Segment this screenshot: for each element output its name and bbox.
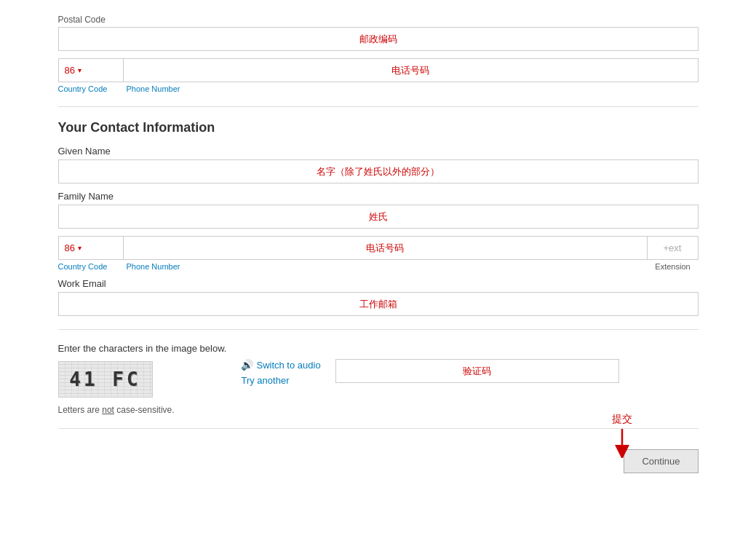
- switch-to-audio-link[interactable]: 🔊 Switch to audio: [241, 359, 320, 371]
- country-code-select-1[interactable]: 86 ▾: [58, 58, 124, 82]
- captcha-input[interactable]: [335, 359, 619, 383]
- captcha-section: Enter the characters in the image below.…: [58, 343, 699, 398]
- country-code-label-1: Country Code: [58, 84, 124, 93]
- captcha-right: [335, 343, 699, 383]
- captcha-prompt: Enter the characters in the image below.: [58, 343, 227, 354]
- phone-input-1[interactable]: [124, 58, 699, 82]
- work-email-label: Work Email: [58, 278, 699, 289]
- country-code-value-1: 86: [65, 65, 75, 76]
- country-code-label-2: Country Code: [58, 262, 124, 271]
- arrow-down-icon: [611, 429, 633, 458]
- case-sensitivity-note: Letters are not case-sensitive.: [58, 405, 699, 415]
- phone-number-label-2: Phone Number: [124, 262, 648, 271]
- submit-annotation: 提交: [611, 413, 633, 458]
- divider-1: [58, 106, 699, 107]
- given-name-input[interactable]: [58, 159, 699, 183]
- audio-icon: 🔊: [241, 359, 253, 371]
- family-name-input[interactable]: [58, 205, 699, 229]
- postal-code-input[interactable]: [58, 27, 699, 51]
- work-email-input[interactable]: [58, 292, 699, 316]
- bottom-bar: 提交 Continue: [58, 442, 699, 473]
- switch-to-audio-label: Switch to audio: [256, 360, 320, 371]
- country-code-chevron-1: ▾: [78, 66, 81, 74]
- captcha-image: 41 FC: [58, 361, 153, 398]
- submit-label-annotation: 提交: [612, 413, 632, 426]
- extension-label: Extension: [648, 262, 699, 271]
- phone-input-2[interactable]: [124, 236, 648, 260]
- country-code-value-2: 86: [65, 242, 75, 253]
- try-another-label: Try another: [241, 375, 289, 386]
- captcha-left: Enter the characters in the image below.…: [58, 343, 227, 398]
- postal-code-label: Postal Code: [58, 15, 699, 25]
- extension-input[interactable]: [648, 236, 699, 260]
- continue-button[interactable]: Continue: [624, 449, 698, 473]
- country-code-chevron-2: ▾: [78, 244, 81, 252]
- given-name-label: Given Name: [58, 146, 699, 157]
- family-name-label: Family Name: [58, 191, 699, 202]
- captcha-middle: 🔊 Switch to audio Try another: [241, 343, 320, 386]
- divider-2: [58, 329, 699, 330]
- divider-3: [58, 428, 699, 429]
- phone-number-label-1: Phone Number: [124, 84, 699, 93]
- country-code-select-2[interactable]: 86 ▾: [58, 236, 124, 260]
- contact-section-title: Your Contact Information: [58, 120, 699, 135]
- try-another-link[interactable]: Try another: [241, 375, 320, 386]
